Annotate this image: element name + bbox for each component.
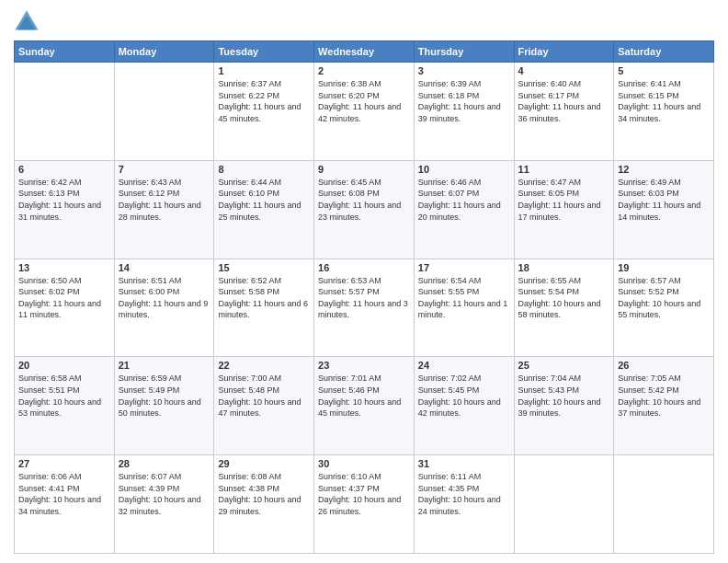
day-cell: 7Sunrise: 6:43 AMSunset: 6:12 PMDaylight… (114, 160, 214, 259)
day-info: Sunrise: 6:10 AMSunset: 4:37 PMDaylight:… (318, 471, 410, 517)
day-cell: 23Sunrise: 7:01 AMSunset: 5:46 PMDayligh… (314, 357, 415, 455)
day-number: 15 (218, 262, 310, 273)
weekday-friday: Friday (514, 41, 614, 63)
day-info: Sunrise: 6:52 AMSunset: 5:58 PMDaylight:… (218, 275, 310, 321)
day-cell: 28Sunrise: 6:07 AMSunset: 4:39 PMDayligh… (114, 455, 214, 554)
day-cell: 3Sunrise: 6:39 AMSunset: 6:18 PMDaylight… (414, 63, 514, 161)
day-info: Sunrise: 6:07 AMSunset: 4:39 PMDaylight:… (119, 471, 210, 517)
day-cell: 12Sunrise: 6:49 AMSunset: 6:03 PMDayligh… (614, 160, 714, 259)
day-cell (15, 63, 115, 161)
week-row-4: 20Sunrise: 6:58 AMSunset: 5:51 PMDayligh… (15, 357, 714, 455)
day-cell (514, 455, 614, 554)
weekday-wednesday: Wednesday (314, 41, 415, 63)
day-info: Sunrise: 6:53 AMSunset: 5:57 PMDaylight:… (318, 275, 410, 321)
day-info: Sunrise: 7:01 AMSunset: 5:46 PMDaylight:… (318, 373, 410, 419)
day-cell: 4Sunrise: 6:40 AMSunset: 6:17 PMDaylight… (514, 63, 614, 161)
day-number: 19 (618, 262, 710, 273)
day-number: 20 (18, 360, 110, 371)
day-number: 2 (318, 65, 410, 76)
day-info: Sunrise: 6:50 AMSunset: 6:02 PMDaylight:… (18, 275, 110, 321)
weekday-saturday: Saturday (614, 41, 714, 63)
day-cell: 8Sunrise: 6:44 AMSunset: 6:10 PMDaylight… (214, 160, 314, 259)
day-info: Sunrise: 6:41 AMSunset: 6:15 PMDaylight:… (618, 78, 710, 124)
day-cell: 2Sunrise: 6:38 AMSunset: 6:20 PMDaylight… (314, 63, 415, 161)
day-number: 26 (618, 360, 710, 371)
day-cell: 20Sunrise: 6:58 AMSunset: 5:51 PMDayligh… (15, 357, 115, 455)
day-cell: 9Sunrise: 6:45 AMSunset: 6:08 PMDaylight… (314, 160, 415, 259)
day-cell: 29Sunrise: 6:08 AMSunset: 4:38 PMDayligh… (214, 455, 314, 554)
day-number: 6 (18, 164, 110, 175)
day-cell: 5Sunrise: 6:41 AMSunset: 6:15 PMDaylight… (614, 63, 714, 161)
day-cell: 24Sunrise: 7:02 AMSunset: 5:45 PMDayligh… (414, 357, 514, 455)
day-number: 28 (119, 458, 210, 469)
day-cell: 16Sunrise: 6:53 AMSunset: 5:57 PMDayligh… (314, 259, 415, 357)
day-number: 1 (218, 65, 310, 76)
day-number: 7 (119, 164, 210, 175)
weekday-thursday: Thursday (414, 41, 514, 63)
weekday-tuesday: Tuesday (214, 41, 314, 63)
day-info: Sunrise: 6:37 AMSunset: 6:22 PMDaylight:… (218, 78, 310, 124)
weekday-header-row: SundayMondayTuesdayWednesdayThursdayFrid… (15, 41, 714, 63)
logo (14, 9, 43, 35)
day-info: Sunrise: 6:08 AMSunset: 4:38 PMDaylight:… (218, 471, 310, 517)
day-cell: 31Sunrise: 6:11 AMSunset: 4:35 PMDayligh… (414, 455, 514, 554)
day-number: 14 (119, 262, 210, 273)
day-cell: 27Sunrise: 6:06 AMSunset: 4:41 PMDayligh… (15, 455, 115, 554)
day-info: Sunrise: 7:04 AMSunset: 5:43 PMDaylight:… (518, 373, 610, 419)
day-number: 13 (18, 262, 110, 273)
day-number: 4 (518, 65, 610, 76)
day-number: 16 (318, 262, 410, 273)
week-row-2: 6Sunrise: 6:42 AMSunset: 6:13 PMDaylight… (15, 160, 714, 259)
day-info: Sunrise: 6:38 AMSunset: 6:20 PMDaylight:… (318, 78, 410, 124)
weekday-monday: Monday (114, 41, 214, 63)
day-number: 12 (618, 164, 710, 175)
day-info: Sunrise: 6:46 AMSunset: 6:07 PMDaylight:… (418, 177, 510, 223)
day-info: Sunrise: 6:44 AMSunset: 6:10 PMDaylight:… (218, 177, 310, 223)
day-number: 10 (418, 164, 510, 175)
day-info: Sunrise: 6:47 AMSunset: 6:05 PMDaylight:… (518, 177, 610, 223)
day-info: Sunrise: 6:57 AMSunset: 5:52 PMDaylight:… (618, 275, 710, 321)
day-number: 21 (119, 360, 210, 371)
day-number: 25 (518, 360, 610, 371)
day-info: Sunrise: 6:43 AMSunset: 6:12 PMDaylight:… (119, 177, 210, 223)
day-cell: 19Sunrise: 6:57 AMSunset: 5:52 PMDayligh… (614, 259, 714, 357)
day-info: Sunrise: 6:51 AMSunset: 6:00 PMDaylight:… (119, 275, 210, 321)
day-info: Sunrise: 6:39 AMSunset: 6:18 PMDaylight:… (418, 78, 510, 124)
day-info: Sunrise: 6:40 AMSunset: 6:17 PMDaylight:… (518, 78, 610, 124)
day-cell: 22Sunrise: 7:00 AMSunset: 5:48 PMDayligh… (214, 357, 314, 455)
calendar-table: SundayMondayTuesdayWednesdayThursdayFrid… (14, 40, 714, 554)
day-info: Sunrise: 7:00 AMSunset: 5:48 PMDaylight:… (218, 373, 310, 419)
day-number: 30 (318, 458, 410, 469)
day-number: 9 (318, 164, 410, 175)
day-cell: 10Sunrise: 6:46 AMSunset: 6:07 PMDayligh… (414, 160, 514, 259)
week-row-3: 13Sunrise: 6:50 AMSunset: 6:02 PMDayligh… (15, 259, 714, 357)
header (14, 9, 714, 35)
day-number: 5 (618, 65, 710, 76)
day-cell: 17Sunrise: 6:54 AMSunset: 5:55 PMDayligh… (414, 259, 514, 357)
week-row-1: 1Sunrise: 6:37 AMSunset: 6:22 PMDaylight… (15, 63, 714, 161)
day-info: Sunrise: 6:55 AMSunset: 5:54 PMDaylight:… (518, 275, 610, 321)
page: SundayMondayTuesdayWednesdayThursdayFrid… (0, 0, 728, 563)
day-info: Sunrise: 7:05 AMSunset: 5:42 PMDaylight:… (618, 373, 710, 419)
day-cell: 26Sunrise: 7:05 AMSunset: 5:42 PMDayligh… (614, 357, 714, 455)
logo-icon (14, 9, 40, 35)
day-cell: 18Sunrise: 6:55 AMSunset: 5:54 PMDayligh… (514, 259, 614, 357)
day-number: 29 (218, 458, 310, 469)
day-number: 31 (418, 458, 510, 469)
day-cell (114, 63, 214, 161)
day-cell (614, 455, 714, 554)
day-info: Sunrise: 6:42 AMSunset: 6:13 PMDaylight:… (18, 177, 110, 223)
day-number: 17 (418, 262, 510, 273)
day-info: Sunrise: 7:02 AMSunset: 5:45 PMDaylight:… (418, 373, 510, 419)
day-number: 11 (518, 164, 610, 175)
day-info: Sunrise: 6:49 AMSunset: 6:03 PMDaylight:… (618, 177, 710, 223)
day-cell: 30Sunrise: 6:10 AMSunset: 4:37 PMDayligh… (314, 455, 415, 554)
day-number: 3 (418, 65, 510, 76)
day-cell: 11Sunrise: 6:47 AMSunset: 6:05 PMDayligh… (514, 160, 614, 259)
day-info: Sunrise: 6:58 AMSunset: 5:51 PMDaylight:… (18, 373, 110, 419)
day-cell: 21Sunrise: 6:59 AMSunset: 5:49 PMDayligh… (114, 357, 214, 455)
day-cell: 14Sunrise: 6:51 AMSunset: 6:00 PMDayligh… (114, 259, 214, 357)
day-cell: 1Sunrise: 6:37 AMSunset: 6:22 PMDaylight… (214, 63, 314, 161)
day-number: 18 (518, 262, 610, 273)
weekday-sunday: Sunday (15, 41, 115, 63)
